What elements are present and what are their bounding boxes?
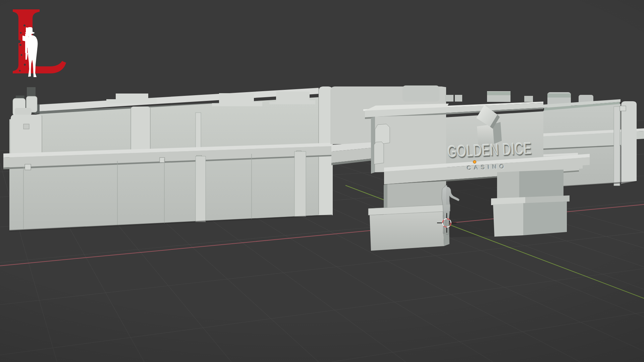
belt-tab [25, 164, 31, 170]
parapet-block [524, 96, 533, 102]
inset-square [23, 124, 29, 129]
casino-sign-title[interactable]: GOLDEN DICE [447, 139, 532, 161]
roof-block [269, 92, 315, 104]
shaft-face [497, 171, 519, 199]
pilaster-lower [196, 156, 206, 222]
3d-viewport[interactable]: L GOLDEN DICE CASINO [0, 0, 644, 362]
pedestal-base [493, 203, 523, 237]
corner-block [15, 108, 32, 115]
pillar-moulding [374, 142, 384, 164]
parapet-block [455, 95, 462, 102]
belt-tab [160, 158, 165, 163]
parapet-block [402, 85, 439, 102]
studio-logo: L [9, 2, 69, 79]
logo-letter [13, 9, 66, 73]
pedestal-base [370, 212, 444, 251]
corner-post [621, 101, 637, 184]
pilaster-thin [614, 107, 620, 186]
notch-block [620, 106, 626, 111]
object-origin-dot[interactable] [473, 161, 476, 164]
pilaster [131, 107, 150, 154]
parapet-block-top [487, 92, 511, 95]
parapet-block [445, 95, 453, 102]
pedestal-side [523, 201, 567, 235]
pilaster [11, 115, 42, 155]
shaft-side [519, 170, 564, 198]
scene-canvas [0, 0, 644, 362]
pillar-moulding [375, 124, 390, 145]
street-wall-left[interactable] [3, 86, 333, 232]
pilaster-lower [294, 152, 306, 217]
parapet-block-top [547, 94, 571, 98]
